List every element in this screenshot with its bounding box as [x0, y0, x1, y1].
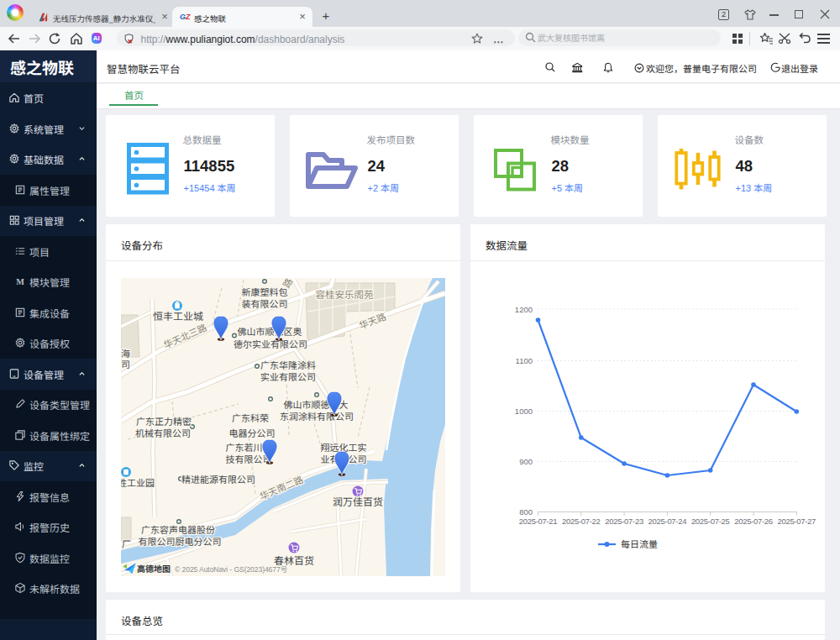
svg-text:2025-07-24: 2025-07-24 — [648, 517, 687, 526]
svg-text:1200: 1200 — [515, 305, 533, 314]
svg-text:实业有限公司: 实业有限公司 — [260, 370, 316, 383]
svg-text:900: 900 — [519, 457, 533, 466]
svg-text:恒丰工业城: 恒丰工业城 — [153, 308, 203, 323]
svg-text:2025-07-26: 2025-07-26 — [734, 517, 773, 526]
svg-text:厂: 厂 — [122, 537, 131, 550]
svg-text:装有限公司: 装有限公司 — [242, 296, 288, 310]
svg-text:有限公司厨电分公司: 有限公司厨电分公司 — [139, 534, 222, 548]
svg-text:2025-07-22: 2025-07-22 — [562, 517, 601, 526]
svg-text:德尔实业有限公司: 德尔实业有限公司 — [234, 337, 307, 350]
svg-text:润万佳百货: 润万佳百货 — [333, 494, 383, 508]
svg-text:容桂安乐阁苑: 容桂安乐阁苑 — [316, 287, 374, 301]
svg-text:高德地图: 高德地图 — [137, 562, 171, 574]
svg-text:电器分公司: 电器分公司 — [229, 426, 276, 439]
svg-text:东润涂料有限公司: 东润涂料有限公司 — [280, 409, 354, 422]
svg-text:1100: 1100 — [516, 356, 533, 365]
svg-text:M: M — [16, 277, 24, 286]
svg-text:机械有限公司: 机械有限公司 — [135, 426, 191, 439]
svg-text:© 2025 AutoNavi - GS(2023)4677: © 2025 AutoNavi - GS(2023)4677号 — [175, 564, 287, 574]
svg-text:每日流量: 每日流量 — [621, 537, 658, 550]
svg-text:800: 800 — [519, 507, 533, 517]
svg-text:胜工业园: 胜工业园 — [121, 475, 155, 489]
svg-text:2025-07-27: 2025-07-27 — [777, 517, 816, 526]
svg-text:司: 司 — [121, 357, 130, 370]
svg-text:精进能源有限公司: 精进能源有限公司 — [181, 472, 255, 485]
svg-text:2025-07-25: 2025-07-25 — [691, 517, 730, 526]
svg-text:2025-07-21: 2025-07-21 — [519, 517, 558, 526]
svg-text:广东科荣: 广东科荣 — [232, 411, 269, 424]
svg-text:1000: 1000 — [515, 407, 533, 416]
svg-text:2025-07-23: 2025-07-23 — [605, 517, 643, 526]
